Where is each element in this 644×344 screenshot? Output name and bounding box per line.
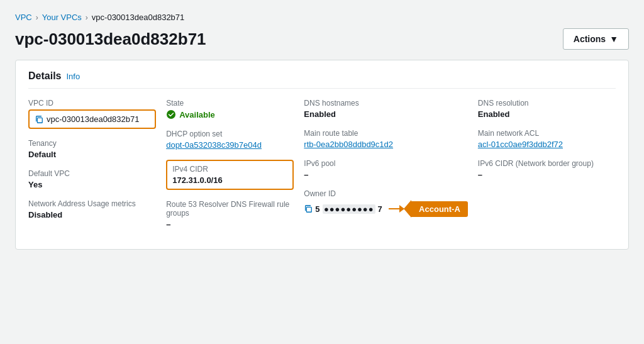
breadcrumb-current: vpc-030013dea0d832b71 [92,13,184,22]
page-header: vpc-030013dea0d832b71 Actions ▼ [15,28,629,50]
main-route-value[interactable]: rtb-0ea2bb08ddbd9c1d2 [304,140,467,149]
ipv4-cidr-item: IPv4 CIDR 172.31.0.0/16 [166,160,294,190]
check-circle-icon [166,109,176,119]
arrowhead-right [399,205,404,213]
actions-button[interactable]: Actions ▼ [563,28,629,50]
details-card: Details Info VPC ID vpc-030013dea0d832b7… [15,60,629,250]
breadcrumb-your-vpcs-link[interactable]: Your VPCs [42,13,82,22]
default-vpc-item: Default VPC Yes [28,169,156,189]
dhcp-value[interactable]: dopt-0a532038c39b7e04d [166,140,294,150]
detail-col-3: DNS hostnames Enabled Main route table r… [304,99,477,239]
owner-id-item: Owner ID 5 ●●●●●●●●● 7 [304,189,467,218]
ipv6-cidr-item: IPv6 CIDR (Network border group) – [478,159,606,179]
page-title: vpc-030013dea0d832b71 [15,30,206,49]
owner-id-masked: ●●●●●●●●● [323,204,375,214]
default-vpc-value: Yes [28,180,156,189]
vpc-id-label: VPC ID [28,99,156,108]
arrow-tail [389,208,404,209]
main-network-label: Main network ACL [478,129,606,138]
dns-resolution-value: Enabled [478,109,606,119]
account-arrow-container: Account-A [389,200,468,218]
breadcrumb-vpc-link[interactable]: VPC [15,13,32,22]
owner-id-label: Owner ID [304,189,467,198]
dns-hostnames-value: Enabled [304,109,467,119]
dns-hostnames-item: DNS hostnames Enabled [304,99,467,119]
ipv6-pool-label: IPv6 pool [304,159,467,168]
ipv4-cidr-value: 172.31.0.0/16 [172,175,287,185]
dns-resolution-label: DNS resolution [478,99,606,108]
detail-col-2: State Available DHCP option set dopt-0a5… [166,99,304,239]
account-badge-wrapper: Account-A [404,200,468,218]
vpc-id-value: vpc-030013dea0d832b71 [47,114,139,124]
ipv6-cidr-label: IPv6 CIDR (Network border group) [478,159,606,168]
ipv6-pool-item: IPv6 pool – [304,159,467,179]
copy-icon[interactable] [35,115,43,124]
info-link[interactable]: Info [66,72,80,81]
state-label: State [166,99,294,108]
vpc-id-item: VPC ID vpc-030013dea0d832b71 [28,99,156,129]
owner-id-prefix: 5 [315,204,320,214]
account-badge: Account-A [411,201,468,217]
svg-rect-2 [307,207,312,212]
network-address-value: Disabled [28,210,156,219]
vpc-id-inner: vpc-030013dea0d832b71 [35,114,150,124]
owner-id-suffix: 7 [378,204,383,214]
ipv4-cidr-label: IPv4 CIDR [172,165,287,174]
vpc-id-box: vpc-030013dea0d832b71 [28,109,156,129]
details-grid: VPC ID vpc-030013dea0d832b71 Tenancy Def… [28,99,616,239]
state-item: State Available [166,99,294,119]
ipv6-pool-value: – [304,170,467,179]
main-network-value[interactable]: acl-01cc0ae9f3ddb2f72 [478,140,606,149]
network-address-item: Network Address Usage metrics Disabled [28,199,156,219]
actions-label: Actions [574,34,606,44]
route53-label: Route 53 Resolver DNS Firewall rule grou… [166,200,294,218]
detail-col-1: VPC ID vpc-030013dea0d832b71 Tenancy Def… [28,99,166,239]
card-title: Details [28,70,61,82]
badge-arrow [404,200,411,218]
route53-value: – [166,219,294,229]
main-route-item: Main route table rtb-0ea2bb08ddbd9c1d2 [304,129,467,149]
network-address-label: Network Address Usage metrics [28,199,156,208]
detail-col-4: DNS resolution Enabled Main network ACL … [478,99,616,239]
svg-rect-0 [37,118,42,123]
default-vpc-label: Default VPC [28,169,156,178]
tenancy-value: Default [28,150,156,159]
dhcp-label: DHCP option set [166,130,294,138]
route53-item: Route 53 Resolver DNS Firewall rule grou… [166,200,294,229]
dns-resolution-item: DNS resolution Enabled [478,99,606,119]
tenancy-label: Tenancy [28,139,156,148]
svg-point-1 [167,110,175,119]
dhcp-item: DHCP option set dopt-0a532038c39b7e04d [166,130,294,150]
state-value: Available [179,110,215,119]
tenancy-item: Tenancy Default [28,139,156,159]
ipv6-cidr-value: – [478,170,606,179]
owner-id-row: 5 ●●●●●●●●● 7 Account-A [304,200,467,218]
card-header: Details Info [28,70,616,89]
main-network-item: Main network ACL acl-01cc0ae9f3ddb2f72 [478,129,606,149]
chevron-down-icon: ▼ [609,34,618,44]
arrow-badge [389,208,404,209]
dns-hostnames-label: DNS hostnames [304,99,467,108]
breadcrumb-sep-1: › [36,13,38,22]
breadcrumb: VPC › Your VPCs › vpc-030013dea0d832b71 [15,13,629,22]
ipv4-cidr-box: IPv4 CIDR 172.31.0.0/16 [166,160,294,190]
state-available: Available [166,109,294,119]
breadcrumb-sep-2: › [86,13,88,22]
main-route-label: Main route table [304,129,467,138]
copy-icon-owner[interactable] [304,204,313,213]
